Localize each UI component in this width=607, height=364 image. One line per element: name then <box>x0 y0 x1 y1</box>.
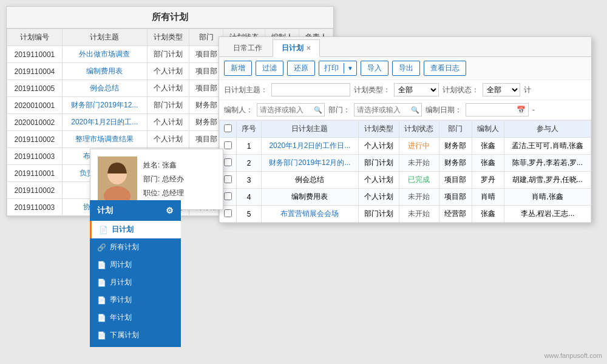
status-label: 计划状态： <box>443 85 479 95</box>
date-label: 编制日期： <box>426 105 462 115</box>
bg-table-cell: 2020年1月2日的工... <box>62 114 147 131</box>
sidebar-item-所有计划[interactable]: 🔗所有计划 <box>90 238 181 256</box>
new-button[interactable]: 新增 <box>224 61 252 76</box>
row-dept: 财务部 <box>439 138 472 155</box>
sidebar-item-icon-4: 📄 <box>97 296 106 305</box>
sidebar-item-icon-5: 📄 <box>97 314 106 322</box>
filter-button[interactable]: 过滤 <box>256 61 283 76</box>
editor-input[interactable] <box>257 104 312 116</box>
name-label: 姓名: <box>143 161 160 169</box>
row-status: 未开始 <box>399 189 439 206</box>
sidebar-item-label-1: 所有计划 <box>110 242 139 252</box>
main-col-header-0 <box>220 121 237 138</box>
row-topic[interactable]: 2020年1月2日的工作日... <box>261 138 358 155</box>
title-value: 总经理 <box>162 189 184 197</box>
row-participants: 肖晴,张鑫 <box>504 189 591 206</box>
select-all-checkbox[interactable] <box>224 124 232 132</box>
main-col-header-2: 日计划主题 <box>261 121 358 138</box>
type-select-wrap[interactable]: 全部 个人计划 部门计划 <box>394 83 439 96</box>
bg-table-cell: 外出做市场调查 <box>62 46 147 63</box>
sidebar-item-周计划[interactable]: 📄周计划 <box>90 256 181 274</box>
main-col-header-5: 部门 <box>439 121 472 138</box>
print-button-split[interactable]: 打印 ▼ <box>319 61 357 76</box>
tab-日常工作[interactable]: 日常工作 <box>224 39 271 56</box>
dept-label: 部门: <box>143 175 160 183</box>
row-topic[interactable]: 布置营销展会会场 <box>261 206 358 223</box>
dept-input[interactable] <box>354 104 409 116</box>
sidebar-item-label-0: 日计划 <box>112 224 134 235</box>
gear-icon[interactable]: ⚙ <box>166 206 174 215</box>
row-checkbox-1[interactable] <box>224 158 232 166</box>
main-col-header-1: 序号 <box>237 121 261 138</box>
sidebar-item-下属计划[interactable]: 📄下属计划 <box>90 326 181 344</box>
row-status: 未开始 <box>399 155 439 172</box>
search-icon[interactable]: 🔍 <box>312 106 324 114</box>
row-type: 部门计划 <box>359 206 399 223</box>
row-editor: 肖晴 <box>472 189 504 206</box>
table-row[interactable]: 5布置营销展会会场部门计划未开始经营部张鑫李丛,程岩,王志... <box>220 206 591 223</box>
topic-label: 日计划主题： <box>224 85 268 95</box>
export-button[interactable]: 导出 <box>392 61 420 76</box>
topic-input[interactable] <box>271 83 350 96</box>
dept-search-icon[interactable]: 🔍 <box>409 106 421 114</box>
row-participants: 陈菲,罗丹,李若若,罗... <box>504 155 591 172</box>
row-checkbox-0[interactable] <box>224 141 232 149</box>
sidebar-item-icon-6: 📄 <box>97 331 106 340</box>
table-row[interactable]: 4编制费用表个人计划未开始项目部肖晴肖晴,张鑫 <box>220 189 591 206</box>
sidebar-item-icon-3: 📄 <box>97 278 106 287</box>
row-participants: 李丛,程岩,王志... <box>504 206 591 223</box>
view-log-button[interactable]: 查看日志 <box>424 61 466 76</box>
row-checkbox-3[interactable] <box>224 192 232 200</box>
row-topic[interactable]: 财务部门2019年12月的... <box>261 155 358 172</box>
dept-input-wrap[interactable]: 🔍 <box>354 103 422 116</box>
row-dept: 经营部 <box>439 206 472 223</box>
row-type: 个人计划 <box>359 189 399 206</box>
table-row[interactable]: 12020年1月2日的工作日...个人计划进行中财务部张鑫孟洁,王可可,肖晴,张… <box>220 138 591 155</box>
row-checkbox-2[interactable] <box>224 175 232 183</box>
status-select-wrap[interactable]: 全部 未开始 进行中 已完成 <box>483 83 520 96</box>
import-button[interactable]: 导入 <box>361 61 388 76</box>
sidebar-item-label-4: 季计划 <box>110 295 132 305</box>
calendar-icon[interactable]: 📅 <box>517 106 526 114</box>
bg-table-cell: 例会总结 <box>62 80 147 97</box>
sidebar-item-月计划[interactable]: 📄月计划 <box>90 274 181 291</box>
table-row[interactable]: 3例会总结个人计划已完成项目部罗丹胡建,胡雪,罗丹,任晓... <box>220 172 591 189</box>
editor-input-wrap[interactable]: 🔍 <box>257 103 325 116</box>
date-input-wrap[interactable]: 📅 <box>466 103 529 116</box>
status-select[interactable]: 全部 未开始 进行中 已完成 <box>483 84 520 96</box>
sidebar-item-季计划[interactable]: 📄季计划 <box>90 291 181 309</box>
row-editor: 张鑫 <box>472 206 504 223</box>
data-table-wrap: 序号日计划主题计划类型计划状态部门编制人参与人 12020年1月2日的工作日..… <box>219 120 591 223</box>
tab-日计划[interactable]: 日计划✕ <box>273 39 320 57</box>
bg-col-header: 计划编号 <box>7 29 63 46</box>
row-dept: 项目部 <box>439 189 472 206</box>
tab-close-1[interactable]: ✕ <box>306 45 311 52</box>
sidebar-title: 计划 <box>97 205 113 216</box>
main-col-header-3: 计划类型 <box>359 121 399 138</box>
main-col-header-4: 计划状态 <box>399 121 439 138</box>
dept-label: 部门： <box>328 105 350 115</box>
main-col-header-6: 编制人 <box>472 121 504 138</box>
sidebar-item-年计划[interactable]: 📄年计划 <box>90 309 181 326</box>
print-button-main[interactable]: 打印 <box>319 61 344 75</box>
row-num: 3 <box>237 172 261 189</box>
bg-table-cell: 部门计划 <box>147 97 189 114</box>
date-start-input[interactable] <box>469 106 514 114</box>
type-select[interactable]: 全部 个人计划 部门计划 <box>395 84 438 96</box>
sidebar-item-日计划[interactable]: 📄日计划 <box>90 221 181 238</box>
dept-value: 总经办 <box>162 175 184 183</box>
bg-col-header: 计划类型 <box>147 29 189 46</box>
restore-button[interactable]: 还原 <box>287 61 315 76</box>
bg-table-cell: 部门计划 <box>147 46 189 63</box>
sidebar-item-label-6: 下属计划 <box>110 330 139 340</box>
editor-label: 编制人： <box>224 105 253 115</box>
row-checkbox-4[interactable] <box>224 209 232 217</box>
sidebar-item-label-5: 年计划 <box>110 312 132 323</box>
bg-table-cell: 财务部门2019年12... <box>62 97 147 114</box>
table-row[interactable]: 2财务部门2019年12月的...部门计划未开始财务部张鑫陈菲,罗丹,李若若,罗… <box>220 155 591 172</box>
sidebar-item-icon-1: 🔗 <box>97 243 106 252</box>
bg-table-cell: 2019110003 <box>7 199 63 216</box>
print-dropdown-arrow[interactable]: ▼ <box>344 63 356 73</box>
toolbar: 新增 过滤 还原 打印 ▼ 导入 导出 查看日志 <box>219 57 591 80</box>
main-col-header-7: 参与人 <box>504 121 591 138</box>
